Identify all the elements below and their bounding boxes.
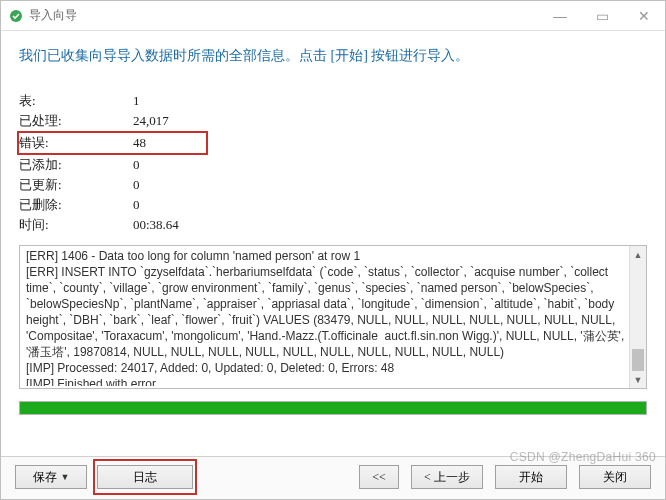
stat-deleted-label: 已删除: [19,195,133,215]
close-button[interactable]: ✕ [623,2,665,30]
stat-updated-value: 0 [133,175,140,195]
log-button[interactable]: 日志 [97,465,193,489]
titlebar: 导入向导 — ▭ ✕ [1,1,665,31]
stat-updated: 已更新: 0 [19,175,647,195]
stat-errors-label: 错误: [19,133,133,153]
stat-table-label: 表: [19,91,133,111]
scroll-thumb[interactable] [632,349,644,371]
intro-text: 我们已收集向导导入数据时所需的全部信息。点击 [开始] 按钮进行导入。 [19,47,647,65]
minimize-button[interactable]: — [539,2,581,30]
stat-added: 已添加: 0 [19,155,647,175]
maximize-button[interactable]: ▭ [581,2,623,30]
stat-processed-value: 24,017 [133,111,169,131]
first-label: << [372,470,386,485]
stat-table: 表: 1 [19,91,647,111]
progress-bar [19,401,647,415]
first-page-button[interactable]: << [359,465,399,489]
watermark: CSDN @ZhengDaHui 360 [510,450,656,464]
stat-updated-label: 已更新: [19,175,133,195]
dropdown-caret-icon: ▼ [61,472,70,482]
window-controls: — ▭ ✕ [539,2,665,30]
log-label: 日志 [133,469,157,486]
stat-processed: 已处理: 24,017 [19,111,647,131]
save-button[interactable]: 保存 ▼ [15,465,87,489]
log-text: [ERR] 1406 - Data too long for column 'n… [26,248,626,386]
stat-time-value: 00:38.64 [133,215,179,235]
minimize-icon: — [553,8,567,24]
save-label: 保存 [33,469,57,486]
stat-errors-value: 48 [133,133,146,153]
stat-processed-label: 已处理: [19,111,133,131]
maximize-icon: ▭ [596,8,609,24]
scroll-down-icon[interactable]: ▼ [630,371,646,388]
log-textarea[interactable]: [ERR] 1406 - Data too long for column 'n… [19,245,647,389]
scroll-up-icon[interactable]: ▲ [630,246,646,263]
back-label: < 上一步 [424,469,470,486]
stat-time: 时间: 00:38.64 [19,215,647,235]
start-label: 开始 [519,469,543,486]
app-icon [9,9,23,23]
stat-errors: 错误: 48 [19,131,647,155]
stat-table-value: 1 [133,91,140,111]
close-label: 关闭 [603,469,627,486]
footer-right: << < 上一步 开始 关闭 [359,465,651,489]
import-wizard-window: 导入向导 — ▭ ✕ 我们已收集向导导入数据时所需的全部信息。点击 [开始] 按… [0,0,666,500]
log-scrollbar[interactable]: ▲ ▼ [629,246,646,388]
stat-time-label: 时间: [19,215,133,235]
close-icon: ✕ [638,8,650,24]
footer-left: 保存 ▼ 日志 [15,465,193,489]
content-area: 我们已收集向导导入数据时所需的全部信息。点击 [开始] 按钮进行导入。 表: 1… [1,31,665,456]
start-button[interactable]: 开始 [495,465,567,489]
back-button[interactable]: < 上一步 [411,465,483,489]
stat-deleted: 已删除: 0 [19,195,647,215]
close-dialog-button[interactable]: 关闭 [579,465,651,489]
stat-added-label: 已添加: [19,155,133,175]
stat-deleted-value: 0 [133,195,140,215]
stats-block: 表: 1 已处理: 24,017 错误: 48 已添加: 0 已更新: 0 [19,91,647,235]
errors-highlight: 错误: 48 [17,131,208,155]
window-title: 导入向导 [29,7,539,24]
log-button-wrap: 日志 [97,465,193,489]
stat-added-value: 0 [133,155,140,175]
